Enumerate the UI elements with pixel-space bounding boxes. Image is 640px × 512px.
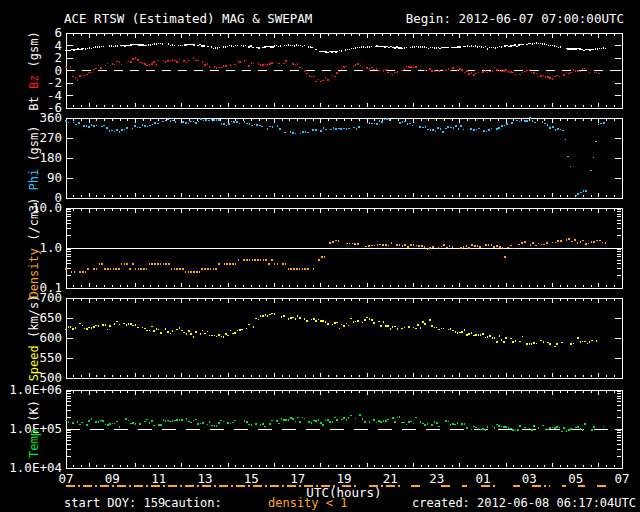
- data-point-phi: [132, 128, 134, 130]
- data-point-bz: [512, 72, 514, 74]
- data-point-bt: [412, 46, 413, 47]
- data-point-temp: [214, 425, 216, 427]
- data-point-speed: [269, 314, 271, 316]
- data-point-bt: [101, 46, 102, 47]
- data-point-phi: [557, 128, 559, 130]
- data-point-bt: [601, 48, 602, 49]
- data-point-density: [104, 268, 106, 270]
- data-point-phi: [389, 119, 391, 121]
- data-point-speed: [519, 341, 521, 343]
- data-point-speed: [341, 324, 343, 326]
- data-point-temp: [169, 421, 171, 423]
- data-point-bz: [248, 65, 250, 67]
- data-point-bz: [121, 64, 123, 66]
- data-point-density: [329, 242, 331, 244]
- data-point-phi: [106, 127, 108, 129]
- data-point-phi: [447, 126, 449, 128]
- data-point-speed: [75, 327, 77, 329]
- data-point-speed: [413, 327, 415, 329]
- data-point-density: [290, 268, 292, 270]
- data-point-bt: [308, 46, 309, 47]
- data-point-bt: [79, 49, 80, 50]
- data-point-bt: [432, 47, 433, 48]
- data-point-density: [577, 242, 579, 244]
- data-point-phi: [272, 126, 274, 128]
- data-point-density: [402, 245, 404, 247]
- data-point-bt: [485, 46, 486, 47]
- data-point-bz: [452, 67, 454, 69]
- data-point-bt: [378, 46, 379, 47]
- data-point-density: [115, 268, 117, 270]
- data-point-bz: [336, 72, 338, 74]
- data-point-bz: [519, 74, 521, 76]
- data-point-phi: [137, 127, 139, 129]
- data-point-density: [246, 259, 248, 261]
- data-point-phi: [111, 130, 113, 132]
- y-axis-title-part: (km/s): [27, 295, 41, 346]
- data-point-density: [332, 241, 334, 243]
- data-point-temp: [505, 426, 507, 428]
- data-point-bt: [359, 47, 360, 48]
- data-point-phi: [575, 195, 577, 197]
- data-point-speed: [311, 319, 313, 321]
- data-point-bt: [522, 44, 523, 45]
- data-point-bt: [109, 45, 110, 46]
- data-point-bt: [300, 45, 301, 46]
- data-point-density: [377, 244, 379, 246]
- data-point-temp: [102, 420, 104, 422]
- data-point-phi: [552, 126, 554, 128]
- data-point-temp: [461, 423, 463, 425]
- data-point-phi: [96, 125, 98, 127]
- data-point-speed: [371, 319, 373, 321]
- data-point-speed: [380, 325, 382, 327]
- data-point-speed: [260, 315, 262, 317]
- data-point-speed: [334, 322, 336, 324]
- data-point-density: [213, 268, 215, 270]
- data-point-bt: [331, 51, 332, 52]
- data-point-speed: [549, 343, 551, 345]
- data-point-bt: [201, 45, 202, 46]
- data-point-phi: [256, 124, 258, 126]
- data-point-speed: [429, 319, 431, 321]
- data-point-bt: [162, 43, 163, 44]
- data-point-temp: [311, 422, 313, 424]
- data-point-bt: [111, 45, 112, 46]
- data-point-density: [210, 268, 212, 270]
- data-point-speed: [176, 329, 178, 331]
- data-point-phi: [407, 123, 409, 125]
- data-point-bt: [168, 43, 169, 44]
- data-point-phi: [473, 129, 475, 131]
- data-point-temp: [105, 424, 107, 426]
- data-point-density: [182, 268, 184, 270]
- data-point-density: [124, 263, 126, 265]
- data-point-phi: [188, 123, 190, 125]
- data-point-bt: [319, 51, 320, 52]
- data-point-bt: [375, 46, 376, 47]
- data-point-temp: [580, 428, 582, 430]
- data-point-phi: [103, 125, 105, 127]
- data-point-bz: [105, 65, 107, 67]
- data-point-bt: [142, 44, 143, 45]
- data-point-phi: [343, 128, 345, 130]
- data-point-bz: [431, 70, 433, 72]
- data-point-bt: [428, 48, 429, 49]
- data-point-bt: [489, 47, 490, 48]
- data-point-bt: [189, 44, 190, 45]
- data-point-bz: [315, 81, 317, 83]
- data-point-speed: [596, 340, 598, 342]
- data-point-bt: [361, 46, 362, 47]
- data-point-phi: [463, 129, 465, 131]
- data-point-bt: [229, 45, 230, 46]
- data-point-speed: [487, 336, 489, 338]
- data-point-bz: [107, 63, 109, 65]
- data-point-bz: [84, 75, 86, 77]
- data-point-density: [354, 243, 356, 245]
- data-point-bz: [568, 73, 570, 75]
- data-point-temp: [424, 424, 426, 426]
- data-point-temp: [413, 423, 415, 425]
- data-point-bz: [149, 64, 151, 66]
- data-point-phi: [526, 120, 528, 122]
- data-point-speed: [383, 321, 385, 323]
- data-point-density: [585, 243, 587, 245]
- data-point-bt: [333, 51, 334, 52]
